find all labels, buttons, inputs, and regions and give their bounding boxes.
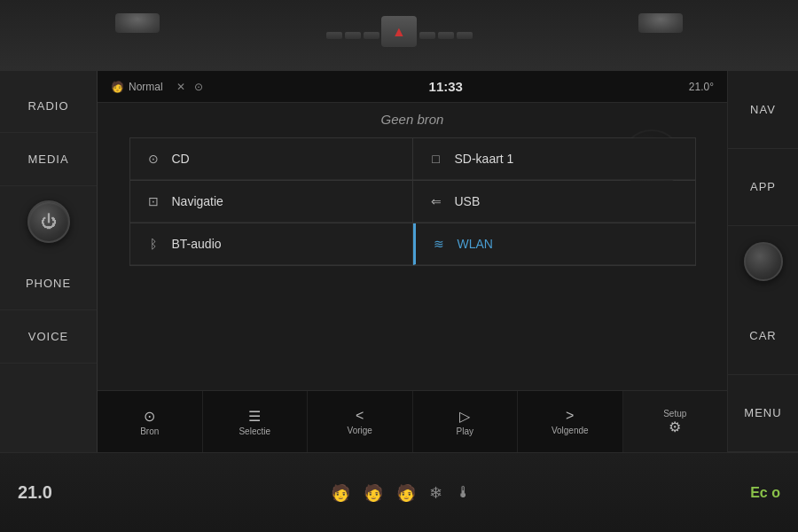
source-sdkaart[interactable]: □ SD-kaart 1 xyxy=(413,138,695,180)
right-top-knob xyxy=(638,13,683,33)
car-button[interactable]: CAR xyxy=(728,297,798,375)
bt-audio-label: BT-audio xyxy=(172,237,222,251)
bottom-controls-area: 21.0 🧑 🧑 🧑 ❄ 🌡 Ec o xyxy=(0,452,798,532)
seat-icon-1[interactable]: 🧑 xyxy=(331,483,350,503)
bluetooth-icon: ᛒ xyxy=(144,234,163,254)
source-navigatie[interactable]: ⊡ Navigatie xyxy=(130,181,412,223)
play-label: Play xyxy=(457,426,473,436)
left-temp-display: 21.0 xyxy=(18,482,52,503)
nav-button[interactable]: NAV xyxy=(728,71,798,149)
setup-label: Setup xyxy=(663,409,686,419)
sdkaart-icon: □ xyxy=(426,149,446,168)
menu-button[interactable]: MENU xyxy=(728,375,798,453)
play-icon: ▷ xyxy=(459,408,470,425)
vorige-icon: < xyxy=(356,408,364,424)
usb-icon: ⇐ xyxy=(426,192,446,211)
bron-label: Bron xyxy=(140,426,159,436)
selectie-button[interactable]: ☰ Selectie xyxy=(203,391,309,452)
temperature-display: 21.0° xyxy=(689,81,714,93)
source-cd[interactable]: ⊙ CD xyxy=(130,138,412,180)
navigatie-icon: ⊡ xyxy=(144,192,163,211)
screen-content: Geen bron ⊙ CD □ SD-kaart 1 ⊡ xyxy=(98,103,727,390)
volgende-button[interactable]: > Volgende xyxy=(518,391,623,452)
infotainment-screen: 🧑 Normal ✕ ⊙ 11:33 21.0° Geen bron ⊙ CD xyxy=(98,71,727,452)
power-button[interactable]: ⏻ xyxy=(27,200,70,243)
bron-button[interactable]: ⊙ Bron xyxy=(98,391,203,452)
wlan-label: WLAN xyxy=(458,237,493,251)
left-sidebar: RADIO MEDIA ⏻ PHONE VOICE xyxy=(0,71,98,452)
defrost-icon[interactable]: ❄ xyxy=(429,483,442,503)
clock-display: 11:33 xyxy=(212,79,680,94)
selectie-icon: ☰ xyxy=(248,408,261,425)
cd-label: CD xyxy=(172,152,190,166)
sidebar-item-radio[interactable]: RADIO xyxy=(0,80,97,133)
navigatie-label: Navigatie xyxy=(172,194,223,208)
setup-button[interactable]: Setup ⚙ xyxy=(623,391,728,452)
setup-gear-icon: ⚙ xyxy=(669,419,681,435)
bron-icon: ⊙ xyxy=(144,408,155,425)
right-knob[interactable] xyxy=(744,242,783,281)
vorige-button[interactable]: < Vorige xyxy=(308,391,413,452)
source-title: Geen bron xyxy=(381,112,444,127)
app-button[interactable]: APP xyxy=(728,149,798,227)
source-wlan[interactable]: ≋ WLAN xyxy=(413,223,695,265)
heat-icon[interactable]: 🌡 xyxy=(456,483,472,502)
close-icon[interactable]: ✕ xyxy=(176,81,185,93)
left-top-knob xyxy=(115,13,160,33)
wlan-icon: ≋ xyxy=(429,234,449,254)
main-content: RADIO MEDIA ⏻ PHONE VOICE 🧑 Normal xyxy=(0,71,798,452)
media-toolbar: ⊙ Bron ☰ Selectie < Vorige ▷ Play > Vo xyxy=(98,390,727,452)
nav-icon: ⊙ xyxy=(194,81,203,93)
cd-icon: ⊙ xyxy=(144,149,163,168)
sdkaart-label: SD-kaart 1 xyxy=(455,152,514,166)
profile-label: Normal xyxy=(129,81,163,93)
power-btn-area: ⏻ xyxy=(0,186,97,257)
volgende-label: Volgende xyxy=(552,426,589,435)
profile-icon: 🧑 xyxy=(111,81,124,93)
right-knob-area xyxy=(728,226,798,297)
seat-icon-3[interactable]: 🧑 xyxy=(396,483,416,503)
source-bt-audio[interactable]: ᛒ BT-audio xyxy=(130,223,412,265)
right-sidebar: NAV APP CAR MENU xyxy=(727,71,798,452)
usb-label: USB xyxy=(455,194,481,208)
top-vent-area: ▲ xyxy=(0,0,798,71)
selectie-label: Selectie xyxy=(239,426,270,436)
sidebar-item-media[interactable]: MEDIA xyxy=(0,133,97,186)
vorige-label: Vorige xyxy=(348,426,372,435)
seat-icon-2[interactable]: 🧑 xyxy=(364,483,383,503)
source-usb[interactable]: ⇐ USB xyxy=(413,181,695,223)
status-bar: 🧑 Normal ✕ ⊙ 11:33 21.0° xyxy=(98,71,727,103)
source-grid: ⊙ CD □ SD-kaart 1 ⊡ Navigatie xyxy=(129,137,696,266)
play-button[interactable]: ▷ Play xyxy=(413,391,519,452)
profile-indicator: 🧑 Normal xyxy=(111,81,163,93)
volgende-icon: > xyxy=(566,408,574,424)
sidebar-item-voice[interactable]: VOICE xyxy=(0,310,97,364)
seat-controls: 🧑 🧑 🧑 ❄ 🌡 xyxy=(331,483,472,503)
car-frame: ▲ RADIO MEDIA ⏻ PHONE VOICE xyxy=(0,0,798,532)
eco-display: Ec o xyxy=(750,485,780,501)
hazard-button[interactable]: ▲ xyxy=(381,16,417,47)
sidebar-item-phone[interactable]: PHONE xyxy=(0,257,97,310)
